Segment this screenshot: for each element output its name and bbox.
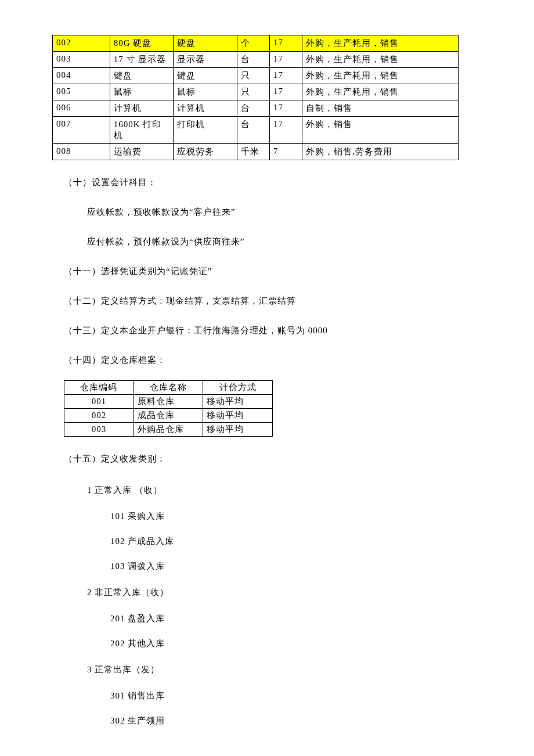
table-cell: 外购，生产耗用，销售 (302, 68, 459, 84)
table-cell: 17 (269, 100, 302, 117)
section-10-line-b: 应付帐款，预付帐款设为“供应商往来” (87, 232, 482, 251)
section-12: （十二）定义结算方式：现金结算，支票结算，汇票结算 (64, 291, 482, 311)
section-15: （十五）定义收发类别： (64, 449, 482, 469)
category-title: 3 正常出库（发） (87, 658, 482, 681)
table-cell: 应税劳务 (174, 144, 237, 160)
table-cell: 只 (237, 68, 269, 84)
table-cell: 007 (53, 117, 110, 144)
table-cell: 打印机 (174, 117, 237, 144)
table-row: 00280G 硬盘硬盘个17外购，生产耗用，销售 (53, 35, 459, 52)
table-cell: 80G 硬盘 (110, 35, 173, 52)
table-cell: 移动平均 (203, 409, 273, 423)
table-row: 004键盘键盘只17外购，生产耗用，销售 (53, 68, 459, 84)
table-header-cell: 仓库名称 (134, 381, 203, 395)
table-cell: 鼠标 (110, 84, 173, 100)
category-title: 2 非正常入库（收） (87, 581, 482, 604)
section-14: （十四）定义仓库档案： (64, 351, 482, 370)
table-cell: 外购，生产耗用，销售 (302, 84, 459, 100)
table-cell: 个 (237, 35, 269, 52)
table-cell: 成品仓库 (134, 409, 203, 423)
table-cell: 键盘 (110, 68, 173, 84)
table-cell: 计算机 (110, 100, 173, 117)
category-item: 301 销售出库 (110, 685, 482, 707)
table-header-cell: 计价方式 (203, 381, 273, 395)
category-item: 101 采购入库 (110, 505, 482, 528)
table-cell: 17 (269, 68, 302, 84)
table-cell: 006 (53, 100, 110, 117)
category-item: 102 产成品入库 (110, 530, 482, 553)
table-cell: 千米 (237, 144, 269, 160)
table-cell: 台 (237, 52, 269, 68)
table-cell: 17 (269, 52, 302, 68)
table-cell: 自制，销售 (302, 100, 459, 117)
table-cell: 17 (269, 84, 302, 100)
table-cell: 外购，销售 (302, 117, 459, 144)
table-cell: 外购，销售,劳务费用 (302, 144, 459, 160)
table-cell: 17 寸 显示器 (110, 52, 173, 68)
table-cell: 台 (237, 117, 269, 144)
table-cell: 显示器 (174, 52, 237, 68)
table-row: 005鼠标鼠标只17外购，生产耗用，销售 (53, 84, 459, 100)
table-cell: 键盘 (174, 68, 237, 84)
section-11: （十一）选择凭证类别为“记账凭证” (64, 262, 482, 281)
table-cell: 003 (53, 52, 110, 68)
table-cell: 计算机 (174, 100, 237, 117)
table-cell: 7 (269, 144, 302, 160)
table-cell: 17 (269, 35, 302, 52)
table-row: 00317 寸 显示器显示器台17外购，生产耗用，销售 (53, 52, 459, 68)
table-row: 0071600K 打印机打印机台17外购，销售 (53, 117, 459, 144)
category-item: 103 调拨入库 (110, 555, 482, 578)
table-cell: 1600K 打印机 (110, 117, 173, 144)
table-cell: 002 (64, 409, 134, 423)
table-cell: 鼠标 (174, 84, 237, 100)
table-cell: 硬盘 (174, 35, 237, 52)
table-cell: 004 (53, 68, 110, 84)
category-title: 1 正常入库 （收） (87, 479, 482, 502)
category-item: 302 生产领用 (110, 710, 482, 732)
section-13: （十三）定义本企业开户银行：工行淮海路分理处，账号为 0000 (64, 321, 482, 340)
table-cell: 008 (53, 144, 110, 160)
section-10-line-a: 应收帐款，预收帐款设为“客户往来” (87, 203, 482, 222)
section-10-title: （十）设置会计科目： (64, 173, 482, 192)
table-row: 003外购品仓库移动平均 (64, 423, 273, 437)
table-cell: 005 (53, 84, 110, 100)
table-cell: 只 (237, 84, 269, 100)
table-cell: 002 (53, 35, 110, 52)
table-cell: 移动平均 (203, 423, 273, 437)
inventory-table: 00280G 硬盘硬盘个17外购，生产耗用，销售00317 寸 显示器显示器台1… (52, 35, 459, 160)
table-cell: 001 (64, 395, 134, 409)
table-header-cell: 仓库编码 (64, 381, 134, 395)
table-row: 008运输费应税劳务千米7外购，销售,劳务费用 (53, 144, 459, 160)
table-cell: 003 (64, 423, 134, 437)
category-item: 201 盘盈入库 (110, 607, 482, 630)
table-row: 001原料仓库移动平均 (64, 395, 273, 409)
table-cell: 外购品仓库 (134, 423, 203, 437)
table-cell: 移动平均 (203, 395, 273, 409)
table-cell: 运输费 (110, 144, 173, 160)
table-cell: 台 (237, 100, 269, 117)
table-cell: 17 (269, 117, 302, 144)
table-row: 006计算机计算机台17自制，销售 (53, 100, 459, 117)
table-cell: 原料仓库 (134, 395, 203, 409)
table-row: 002成品仓库移动平均 (64, 409, 273, 423)
table-cell: 外购，生产耗用，销售 (302, 52, 459, 68)
warehouse-table: 仓库编码仓库名称计价方式001原料仓库移动平均002成品仓库移动平均003外购品… (64, 380, 273, 437)
category-item: 202 其他入库 (110, 632, 482, 655)
table-cell: 外购，生产耗用，销售 (302, 35, 459, 52)
table-header-row: 仓库编码仓库名称计价方式 (64, 381, 273, 395)
